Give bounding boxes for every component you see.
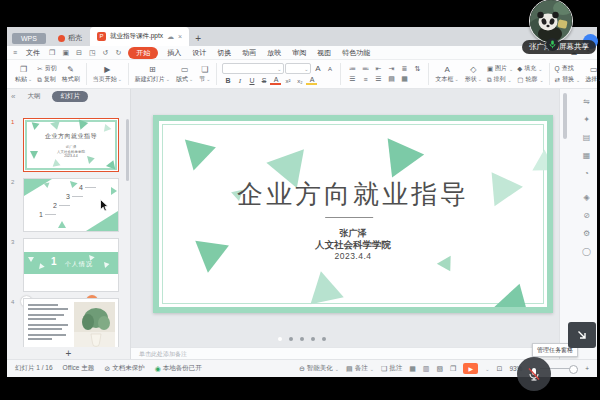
- shape-button[interactable]: ◇ 形状⌄: [462, 61, 485, 87]
- zoom-slider-knob[interactable]: [569, 365, 578, 374]
- notes-button[interactable]: ▤ 备注 ⌄: [346, 364, 374, 373]
- numbering-icon[interactable]: ≕: [359, 65, 371, 73]
- theme-name[interactable]: Office 主题: [63, 364, 95, 373]
- manage-taskpane-button[interactable]: [568, 322, 596, 348]
- normal-view-icon[interactable]: ▦: [409, 365, 416, 373]
- wps-home-button[interactable]: WPS: [12, 33, 46, 44]
- canvas-scrollbar[interactable]: [563, 93, 567, 139]
- history-panel-icon[interactable]: ◔: [584, 169, 589, 178]
- cut-button[interactable]: ✂剪切: [37, 64, 56, 73]
- menu-tab-insert[interactable]: 插入: [165, 47, 183, 59]
- italic-icon[interactable]: I: [234, 77, 245, 85]
- play-options-caret[interactable]: ⌄: [485, 366, 489, 372]
- sorter-view-icon[interactable]: ▥: [423, 365, 430, 373]
- reading-view-icon[interactable]: ▧: [436, 365, 443, 373]
- slide-1-thumbnail[interactable]: 企业方向就业指导 张广泽 人文社会科学学院 2023.4.4: [23, 118, 119, 172]
- help-panel-icon[interactable]: ◯: [582, 247, 591, 256]
- distribute-icon[interactable]: ▦: [398, 75, 410, 83]
- design-panel-icon[interactable]: ▤: [583, 133, 591, 142]
- beautify-panel-icon[interactable]: ✦: [583, 115, 590, 124]
- redo-icon[interactable]: ↻: [115, 49, 121, 57]
- current-slide[interactable]: 企业方向就业指导 张广泽 人文社会科学学院 2023.4.4: [153, 115, 553, 313]
- preview-icon[interactable]: ◳: [89, 49, 96, 57]
- outline-button[interactable]: ▢轮廓⌄: [517, 75, 543, 84]
- new-tab-button[interactable]: +: [189, 33, 207, 46]
- menu-tab-view[interactable]: 视图: [315, 47, 333, 59]
- menu-tab-design[interactable]: 设计: [190, 47, 208, 59]
- increase-font-icon[interactable]: A: [312, 64, 323, 73]
- save-icon[interactable]: ▣: [62, 49, 69, 57]
- menu-file[interactable]: 文件: [24, 47, 42, 59]
- slideshow-play-button[interactable]: ▶: [463, 363, 478, 374]
- smart-beautify-button[interactable]: ⊖ 智能美化 ⌄: [299, 364, 339, 373]
- layout-button[interactable]: ▭ 版式⌄: [173, 61, 196, 87]
- select-button[interactable]: ▭ 选择⌄: [582, 61, 600, 87]
- collapse-panel-icon[interactable]: «: [11, 92, 15, 101]
- picture-button[interactable]: ▣图片⌄: [487, 64, 513, 73]
- menu-tab-home[interactable]: 开始: [128, 47, 158, 59]
- justify-icon[interactable]: ▤: [385, 75, 397, 83]
- align-left-icon[interactable]: ☰: [346, 75, 358, 83]
- menu-tab-animation[interactable]: 动画: [240, 47, 258, 59]
- highlight-icon[interactable]: A: [306, 76, 317, 85]
- copy-button[interactable]: ⧉复制: [37, 75, 56, 84]
- folder-view-icon[interactable]: ❐: [450, 365, 456, 373]
- document-tab[interactable]: P 就业指导课件.pptx ☁ ×: [90, 27, 189, 46]
- find-button[interactable]: Q查找: [555, 64, 581, 73]
- docer-tab[interactable]: 稻壳: [50, 30, 90, 46]
- subscript-icon[interactable]: x₂: [294, 78, 305, 84]
- menu-tab-special[interactable]: 特色功能: [340, 47, 372, 59]
- menu-tab-slideshow[interactable]: 放映: [265, 47, 283, 59]
- new-slide-button[interactable]: ⊞ 新建幻灯片⌄: [132, 61, 173, 87]
- comments-button[interactable]: ❏ 批注: [381, 364, 402, 373]
- meeting-pagination-dots[interactable]: [278, 337, 326, 341]
- open-icon[interactable]: ❐: [49, 49, 55, 57]
- bullets-icon[interactable]: ≔: [346, 65, 358, 73]
- bold-icon[interactable]: B: [222, 77, 233, 84]
- slide-4-thumbnail[interactable]: [23, 298, 119, 347]
- fill-button[interactable]: ◆填充⌄: [517, 64, 543, 73]
- protection-status[interactable]: 文档未保护: [112, 364, 145, 373]
- strikethrough-icon[interactable]: S: [258, 77, 269, 84]
- replace-button[interactable]: ⇄替换⌄: [555, 75, 581, 84]
- section-button[interactable]: ❏ 节⌄: [196, 61, 213, 87]
- menu-tab-review[interactable]: 审阅: [290, 47, 308, 59]
- underline-icon[interactable]: U: [246, 77, 257, 84]
- text-direction-icon[interactable]: ⇅: [411, 65, 423, 73]
- increase-indent-icon[interactable]: ⇥: [385, 65, 397, 73]
- zoom-in-button[interactable]: +: [585, 365, 589, 372]
- print-icon[interactable]: ⊟: [76, 49, 82, 57]
- decrease-font-icon[interactable]: A: [324, 66, 335, 72]
- line-spacing-icon[interactable]: ≣: [398, 65, 410, 73]
- font-color-icon[interactable]: A: [270, 76, 281, 85]
- arrange-button[interactable]: ⧉排列⌄: [487, 75, 513, 84]
- seal-panel-icon[interactable]: ◈: [583, 193, 589, 202]
- slide-2-thumbnail[interactable]: 4 3 2 1: [23, 178, 119, 232]
- fit-window-icon[interactable]: ⊡: [497, 365, 503, 373]
- tab-slides[interactable]: 幻灯片: [52, 91, 88, 102]
- slide-3-thumbnail[interactable]: 1 个人情况: [23, 238, 119, 292]
- font-size-select[interactable]: ⌄: [285, 63, 311, 74]
- align-center-icon[interactable]: ≡: [359, 76, 371, 83]
- settings-panel-icon[interactable]: ⚙: [583, 229, 590, 238]
- thumbnail-scrollbar[interactable]: [126, 119, 129, 181]
- backup-status[interactable]: 本地备份已开: [163, 364, 202, 373]
- close-tab-icon[interactable]: ×: [178, 33, 182, 40]
- decrease-indent-icon[interactable]: ⇤: [372, 65, 384, 73]
- hamburger-icon[interactable]: ≡: [13, 49, 17, 56]
- play-from-current-button[interactable]: ▶ 当页开始⌄: [90, 61, 125, 87]
- font-family-select[interactable]: ⌄: [222, 63, 284, 74]
- add-slide-button[interactable]: +: [7, 347, 130, 359]
- animation-panel-icon[interactable]: ▦: [583, 151, 591, 160]
- undo-icon[interactable]: ↺: [103, 49, 109, 57]
- format-painter-button[interactable]: ✎ 格式刷: [59, 61, 83, 87]
- paste-button[interactable]: ❐ 粘贴⌄: [12, 61, 35, 87]
- mic-muted-button[interactable]: [517, 357, 551, 391]
- superscript-icon[interactable]: x²: [282, 78, 293, 84]
- slide-canvas[interactable]: 企业方向就业指导 张广泽 人文社会科学学院 2023.4.4: [131, 89, 559, 347]
- textbox-button[interactable]: A 文本框⌄: [432, 61, 461, 87]
- properties-panel-icon[interactable]: ⇋: [583, 97, 590, 106]
- menu-tab-transition[interactable]: 切换: [215, 47, 233, 59]
- tab-outline[interactable]: 大纲: [23, 91, 44, 102]
- align-right-icon[interactable]: ☰: [372, 75, 384, 83]
